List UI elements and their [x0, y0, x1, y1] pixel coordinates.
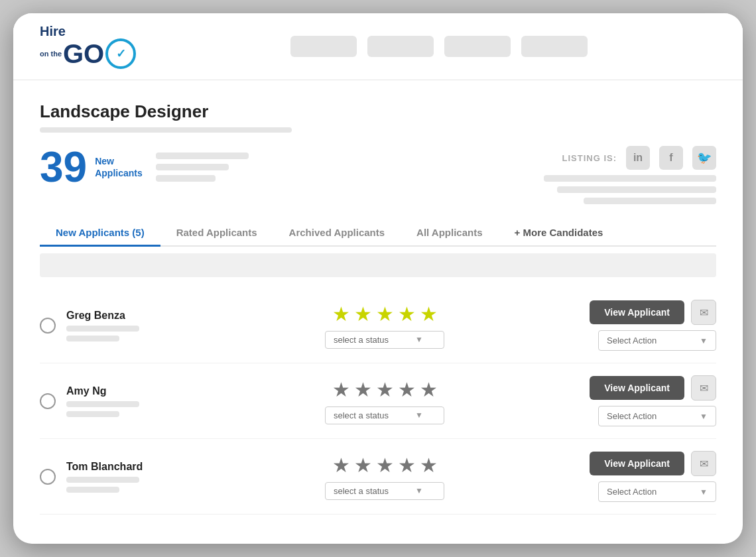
view-applicant-button-1[interactable]: View Applicant: [590, 300, 684, 324]
stars-2: ★ ★ ★ ★ ★: [332, 378, 438, 401]
applicant-select-checkbox-2[interactable]: [40, 393, 56, 409]
nav-item-1[interactable]: [290, 36, 357, 57]
tab-all-applicants[interactable]: All Applicants: [401, 220, 498, 247]
listing-ph-lines: [544, 175, 716, 204]
applicant-row-3: Tom Blanchard ★ ★ ★ ★ ★ select a status …: [40, 439, 716, 515]
status-placeholder-1: select a status: [334, 335, 389, 345]
title-underline: [40, 127, 292, 133]
applicant-ph-3b: [66, 487, 119, 493]
star-1-2: ★: [354, 302, 372, 326]
status-dropdown-2[interactable]: select a status ▼: [325, 406, 444, 424]
logo-go-text: GO: [63, 40, 104, 67]
action-dropdown-3[interactable]: Select Action ▼: [598, 481, 716, 502]
tab-rated-applicants[interactable]: Rated Applicants: [160, 220, 273, 247]
listing-is-label: LISTING IS:: [562, 153, 617, 163]
action-arrow-1: ▼: [700, 336, 708, 345]
star-3-1: ★: [332, 454, 350, 477]
applicant-select-checkbox-1[interactable]: [40, 318, 56, 334]
status-dropdown-3[interactable]: select a status ▼: [325, 482, 444, 500]
applicant-row-2: Amy Ng ★ ★ ★ ★ ★ select a status ▼: [40, 363, 716, 439]
mail-button-3[interactable]: ✉: [691, 451, 716, 476]
logo-hire: Hire: [40, 24, 66, 38]
star-2-2: ★: [354, 378, 372, 401]
action-dropdown-1[interactable]: Select Action ▼: [598, 330, 716, 351]
star-3-3: ★: [376, 454, 394, 477]
star-1-4: ★: [398, 302, 416, 326]
logo-onthe: on the: [40, 50, 62, 58]
applicant-name-2: Amy Ng: [66, 385, 172, 397]
stars-1: ★ ★ ★ ★ ★: [332, 302, 438, 326]
nav-item-2[interactable]: [367, 36, 434, 57]
status-placeholder-2: select a status: [334, 410, 389, 420]
action-arrow-2: ▼: [700, 412, 708, 421]
action-placeholder-3: Select Action: [607, 487, 657, 497]
applicants-count: 39: [40, 146, 87, 188]
logo: Hire on the GO: [40, 24, 146, 69]
app-frame: Hire on the GO Landscape Designer: [13, 13, 743, 544]
listing-right: LISTING IS: in f 🐦: [544, 146, 716, 204]
actions-block-2: View Applicant ✉ Select Action ▼: [570, 375, 716, 426]
listing-ph-2: [557, 186, 716, 193]
nav-item-4[interactable]: [521, 36, 588, 57]
stars-3: ★ ★ ★ ★ ★: [332, 454, 438, 477]
view-applicant-button-2[interactable]: View Applicant: [590, 376, 684, 400]
ph-line-1: [156, 153, 249, 159]
tab-new-applicants[interactable]: New Applicants (5): [40, 220, 160, 247]
facebook-icon[interactable]: f: [659, 146, 683, 170]
status-arrow-1: ▼: [415, 335, 423, 344]
applicant-ph-1a: [66, 326, 139, 332]
tab-archived-applicants[interactable]: Archived Applicants: [273, 220, 401, 247]
star-2-1: ★: [332, 378, 350, 401]
stats-placeholders: [156, 153, 249, 182]
applicant-info-2: Amy Ng: [66, 385, 172, 417]
view-row-3: View Applicant ✉: [590, 451, 716, 476]
star-3-2: ★: [354, 454, 372, 477]
view-row-2: View Applicant ✉: [590, 375, 716, 401]
applicant-select-checkbox-3[interactable]: [40, 469, 56, 485]
status-arrow-3: ▼: [415, 486, 423, 495]
actions-block-3: View Applicant ✉ Select Action ▼: [570, 451, 716, 502]
tabs: New Applicants (5) Rated Applicants Arch…: [40, 220, 716, 247]
view-row-1: View Applicant ✉: [590, 300, 716, 325]
action-placeholder-2: Select Action: [607, 411, 657, 421]
ph-line-2: [156, 164, 229, 170]
applicants-label: NewApplicants: [95, 155, 143, 179]
star-3-4: ★: [398, 454, 416, 477]
tab-more-candidates[interactable]: + More Candidates: [499, 220, 619, 247]
twitter-icon[interactable]: 🐦: [692, 146, 716, 170]
status-dropdown-1[interactable]: select a status ▼: [325, 331, 444, 349]
listing-is-row: LISTING IS: in f 🐦: [562, 146, 717, 170]
applicant-name-1: Greg Benza: [66, 310, 172, 322]
job-title: Landscape Designer: [40, 101, 716, 122]
stars-block-2: ★ ★ ★ ★ ★ select a status ▼: [183, 378, 560, 424]
mail-button-1[interactable]: ✉: [691, 300, 716, 325]
listing-ph-3: [584, 198, 716, 204]
listing-row: 39 NewApplicants LISTING IS: in f 🐦: [40, 146, 716, 204]
filter-bar: [40, 253, 716, 277]
star-1-5: ★: [420, 302, 438, 326]
action-placeholder-1: Select Action: [607, 336, 657, 345]
applicants-count-block: 39 NewApplicants: [40, 146, 143, 188]
ph-line-3: [156, 175, 216, 182]
star-2-3: ★: [376, 378, 394, 401]
view-applicant-button-3[interactable]: View Applicant: [590, 452, 684, 475]
star-2-5: ★: [420, 378, 438, 401]
applicant-ph-1b: [66, 336, 119, 341]
stars-block-3: ★ ★ ★ ★ ★ select a status ▼: [183, 454, 560, 500]
star-1-1: ★: [332, 302, 350, 326]
star-2-4: ★: [398, 378, 416, 401]
applicant-info-1: Greg Benza: [66, 310, 172, 341]
status-arrow-2: ▼: [415, 410, 423, 420]
action-dropdown-2[interactable]: Select Action ▼: [598, 406, 716, 426]
applicant-row: Greg Benza ★ ★ ★ ★ ★ select a status ▼: [40, 288, 716, 363]
applicant-ph-2b: [66, 411, 119, 417]
star-1-3: ★: [376, 302, 394, 326]
applicant-ph-3a: [66, 477, 139, 483]
star-3-5: ★: [420, 454, 438, 477]
mail-button-2[interactable]: ✉: [691, 375, 716, 401]
linkedin-icon[interactable]: in: [626, 146, 650, 170]
action-arrow-3: ▼: [700, 487, 708, 497]
main-content: Landscape Designer 39 NewApplicants: [13, 80, 743, 544]
header-nav: [162, 36, 716, 57]
nav-item-3[interactable]: [444, 36, 511, 57]
